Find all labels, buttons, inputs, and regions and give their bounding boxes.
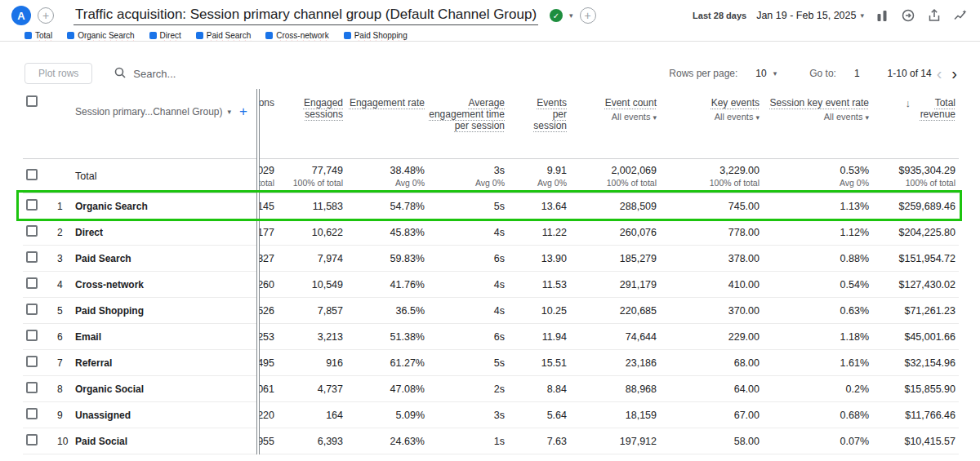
events-per-session-value: 11.94	[508, 331, 570, 343]
event-count-value: 23,186	[570, 357, 660, 369]
saved-check-icon[interactable]: ✓	[550, 9, 563, 22]
rows-per-page-value: 10	[755, 68, 766, 79]
legend-item[interactable]: Cross-network	[265, 31, 328, 40]
engaged-sessions-value: 10,622	[278, 227, 346, 238]
sessions-value-clipped: 327	[258, 253, 278, 264]
share-icon[interactable]	[926, 7, 942, 24]
comparison-icon[interactable]	[874, 7, 890, 24]
totals-avg-engagement-time: 3sAvg 0%	[428, 165, 508, 188]
column-resize-divider[interactable]	[256, 89, 260, 454]
legend-swatch-icon	[196, 32, 203, 39]
totals-event-count: 2,002,069100% of total	[570, 165, 660, 188]
row-checkbox[interactable]	[26, 225, 38, 237]
col-header-engaged-sessions[interactable]: Engaged sessions	[278, 91, 346, 120]
event-count-value: 291,179	[570, 279, 660, 290]
table-row[interactable]: 3 Paid Search 327 7,974 59.83% 6s 13.90 …	[23, 246, 959, 272]
engaged-sessions-value: 11,583	[278, 201, 346, 212]
engaged-sessions-value: 10,549	[278, 279, 346, 290]
sessions-value-clipped: 061	[258, 383, 278, 395]
totals-session-key-event-rate: 0.53%Avg 0%	[763, 165, 872, 188]
avg-engagement-time-value: 2s	[428, 383, 508, 395]
totals-checkbox[interactable]	[26, 169, 38, 180]
chevron-left-icon[interactable]: ‹	[932, 65, 947, 82]
date-range-picker[interactable]: Jan 19 - Feb 15, 2025 ▾	[756, 10, 864, 21]
legend-item[interactable]: Organic Search	[67, 31, 134, 40]
search-icon	[114, 66, 127, 82]
rows-per-page-select[interactable]: 10 ▾	[755, 68, 777, 79]
key-events-value: 64.00	[660, 383, 763, 395]
engagement-rate-value: 36.5%	[346, 305, 428, 317]
row-checkbox[interactable]	[26, 434, 38, 445]
insights-icon[interactable]	[952, 7, 969, 24]
row-number: 3	[51, 253, 75, 264]
date-preset-label: Last 28 days	[693, 11, 746, 20]
total-revenue-value: $127,430.02	[872, 279, 959, 290]
col-header-sessions-fragment[interactable]: ions	[258, 91, 278, 109]
chevron-down-icon[interactable]: ▾	[569, 11, 573, 20]
session-key-event-rate-filter-dropdown[interactable]: All events ▾	[763, 112, 869, 122]
event-count-filter-dropdown[interactable]: All events ▾	[570, 112, 657, 122]
events-per-session-value: 5.64	[508, 410, 570, 421]
col-header-avg-engagement-time[interactable]: Average engagement time per session	[428, 91, 508, 131]
chevron-right-icon[interactable]: ›	[947, 65, 962, 82]
col-header-event-count[interactable]: Event count All events ▾	[570, 91, 660, 122]
row-checkbox[interactable]	[26, 277, 38, 289]
legend-item[interactable]: Total	[24, 31, 52, 40]
analytics-report-page: A + Traffic acquisition: Session primary…	[0, 0, 980, 461]
search-input[interactable]: Search...	[114, 66, 176, 82]
event-count-value: 260,076	[570, 227, 660, 238]
engaged-sessions-value: 7,857	[278, 305, 346, 317]
col-header-total-revenue[interactable]: ↓Total revenue	[872, 91, 959, 120]
row-checkbox[interactable]	[26, 304, 38, 315]
legend-item[interactable]: Paid Search	[196, 31, 251, 40]
totals-total-revenue: $935,304.29100% of total	[872, 165, 959, 188]
row-checkbox[interactable]	[26, 356, 38, 367]
key-events-value: 68.00	[660, 357, 763, 369]
top-bar-right: Last 28 days Jan 19 - Feb 15, 2025 ▾	[693, 7, 969, 24]
table-row[interactable]: 10 Paid Social 955 6,393 24.63% 1s 7.63 …	[23, 428, 959, 454]
sessions-value-clipped: 495	[258, 357, 278, 369]
table-row[interactable]: 4 Cross-network 260 10,549 41.76% 4s 11.…	[23, 272, 959, 298]
plot-rows-button[interactable]: Plot rows	[24, 63, 92, 84]
row-checkbox[interactable]	[26, 199, 38, 211]
table-row[interactable]: 8 Organic Social 061 4,737 47.08% 2s 8.8…	[23, 376, 959, 402]
row-checkbox[interactable]	[26, 330, 38, 341]
key-events-filter-dropdown[interactable]: All events ▾	[660, 112, 760, 122]
sessions-value-clipped: 145	[258, 201, 278, 212]
dimension-header[interactable]: Session primary...Channel Group) ▾ +	[75, 91, 258, 120]
session-key-event-rate-value: 1.61%	[763, 357, 872, 369]
add-dimension-button[interactable]: +	[239, 104, 247, 120]
page-title[interactable]: Traffic acquisition: Session primary cha…	[74, 7, 538, 25]
chevron-down-icon: ▾	[755, 113, 760, 122]
table-row[interactable]: 7 Referral 495 916 61.27% 5s 15.51 23,18…	[23, 350, 959, 376]
avg-engagement-time-value: 6s	[428, 253, 508, 264]
events-per-session-value: 10.25	[508, 305, 570, 317]
events-per-session-value: 13.64	[508, 201, 570, 212]
table-row[interactable]: 9 Unassigned 220 164 5.09% 3s 5.64 18,15…	[23, 402, 959, 428]
avatar[interactable]: A	[11, 6, 31, 25]
table-row[interactable]: 1 Organic Search 145 11,583 54.78% 5s 13…	[23, 193, 959, 219]
legend-item[interactable]: Paid Shopping	[344, 31, 408, 40]
col-header-session-key-event-rate[interactable]: Session key event rate All events ▾	[763, 91, 872, 122]
legend-item[interactable]: Direct	[149, 31, 181, 40]
table-row[interactable]: 6 Email 253 3,213 51.38% 6s 11.94 74,644…	[23, 324, 959, 350]
events-per-session-value: 13.90	[508, 253, 570, 264]
row-number: 4	[51, 279, 75, 290]
pagination-controls: Rows per page: 10 ▾ Go to: 1 1-10 of 14 …	[669, 65, 962, 82]
sort-desc-icon[interactable]: ↓	[906, 97, 911, 120]
goto-page-input[interactable]: 1	[854, 68, 860, 79]
col-header-engagement-rate[interactable]: Engagement rate	[346, 91, 428, 109]
add-comparison-icon[interactable]: +	[580, 7, 596, 24]
table-row[interactable]: 5 Paid Shopping 526 7,857 36.5% 4s 10.25…	[23, 298, 959, 324]
col-header-events-per-session[interactable]: Events per session	[508, 91, 570, 131]
select-all-checkbox[interactable]	[26, 95, 38, 107]
add-icon[interactable]: +	[38, 7, 54, 24]
row-checkbox[interactable]	[26, 382, 38, 393]
row-checkbox[interactable]	[26, 251, 38, 263]
table-row[interactable]: 2 Direct 177 10,622 45.83% 4s 11.22 260,…	[23, 219, 959, 246]
total-revenue-value: $11,766.46	[872, 410, 959, 421]
channel-name: Paid Social	[75, 436, 258, 447]
export-icon[interactable]	[900, 7, 916, 24]
row-checkbox[interactable]	[26, 408, 38, 419]
col-header-key-events[interactable]: Key events All events ▾	[660, 91, 763, 122]
